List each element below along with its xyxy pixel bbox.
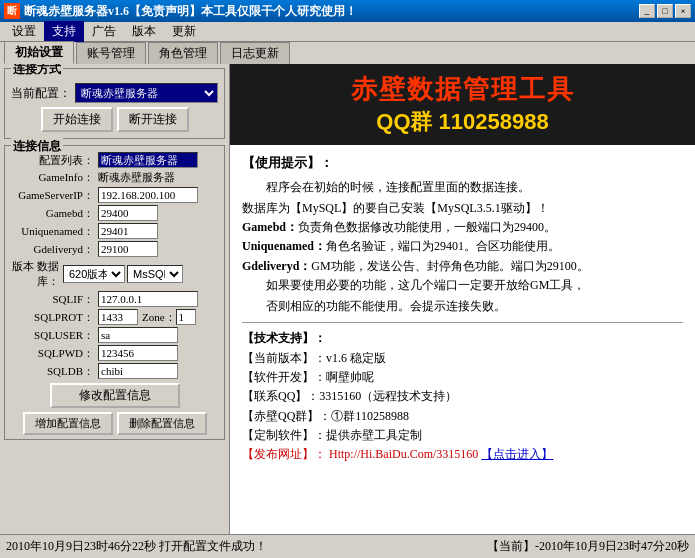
- window-controls: _ □ ×: [639, 4, 691, 18]
- gdeliveryd-row: Gdeliveryd：: [9, 241, 220, 257]
- title-bar: 断 断魂赤壁服务器v1.6【免责声明】本工具仅限干个人研究使用！ _ □ ×: [0, 0, 695, 22]
- tech-label-0: 【当前版本】：: [242, 351, 326, 365]
- sqldb-input[interactable]: [98, 363, 178, 379]
- sqlif-row: SQLIF：: [9, 291, 220, 307]
- gamebd-input[interactable]: [98, 205, 158, 221]
- minimize-button[interactable]: _: [639, 4, 655, 18]
- tab-role[interactable]: 角色管理: [148, 42, 218, 64]
- gameserverip-input[interactable]: [98, 187, 198, 203]
- tech-section: 【技术支持】： 【当前版本】：v1.6 稳定版 【软件开发】：啊壁帅呢 【联系Q…: [242, 329, 683, 464]
- sqluser-input[interactable]: [98, 327, 178, 343]
- sqlprot-label: SQLPROT：: [9, 310, 94, 325]
- uniquenamed-row: Uniquenamed：: [9, 223, 220, 239]
- connect-buttons: 开始连接 断开连接: [11, 107, 218, 132]
- menu-version[interactable]: 版本: [124, 21, 164, 42]
- close-button[interactable]: ×: [675, 4, 691, 18]
- gameinfo-value: 断魂赤壁服务器: [98, 170, 220, 185]
- tip4-label: Uniquenamed：: [242, 239, 326, 253]
- connect-mode-row: 当前配置： 断魂赤壁服务器: [11, 83, 218, 103]
- sql-type-select[interactable]: MsSQL库: [127, 265, 183, 283]
- banner: 赤壁数据管理工具 QQ群 110258988: [230, 64, 695, 145]
- tech-label-5: 【发布网址】：: [242, 447, 326, 461]
- tip1: 程序会在初始的时候，连接配置里面的数据连接。: [242, 178, 683, 197]
- tech-value-5: Http://Hi.BaiDu.Com/3315160: [329, 447, 481, 461]
- menu-bar: 设置 支持 广告 版本 更新: [0, 22, 695, 42]
- tech-value-2: 3315160（远程技术支持）: [319, 389, 457, 403]
- delete-config-button[interactable]: 删除配置信息: [117, 412, 207, 435]
- tech-row-4: 【定制软件】：提供赤壁工具定制: [242, 426, 683, 445]
- tip5-label: Gdeliveryd：: [242, 259, 311, 273]
- version-db-row: 版本 数据库： 620版本 MsSQL库: [9, 259, 220, 289]
- tip2: 数据库为【MySQL】的要自己安装【MySQL3.5.1驱动】！: [242, 199, 683, 218]
- stop-connect-button[interactable]: 断开连接: [117, 107, 189, 132]
- menu-update[interactable]: 更新: [164, 21, 204, 42]
- tech-label-2: 【联系QQ】：: [242, 389, 319, 403]
- sqlif-input[interactable]: [98, 291, 198, 307]
- sqluser-label: SQLUSER：: [9, 328, 94, 343]
- tip7: 否则相应的功能不能使用。会提示连接失败。: [242, 297, 683, 316]
- gamebd-label: Gamebd：: [9, 206, 94, 221]
- connect-mode-group: 连接方式 当前配置： 断魂赤壁服务器 开始连接 断开连接: [4, 68, 225, 139]
- sqldb-row: SQLDB：: [9, 363, 220, 379]
- menu-settings[interactable]: 设置: [4, 21, 44, 42]
- tip4-row: Uniquenamed：角色名验证，端口为29401。合区功能使用。: [242, 237, 683, 256]
- sqluser-row: SQLUSER：: [9, 327, 220, 343]
- tab-log[interactable]: 日志更新: [220, 42, 290, 64]
- version-label: 版本 数据库：: [9, 259, 59, 289]
- modify-config-button[interactable]: 修改配置信息: [50, 383, 180, 408]
- tech-value-0: v1.6 稳定版: [326, 351, 386, 365]
- tip5-row: Gdeliveryd：GM功能，发送公告、封停角色功能。端口为29100。: [242, 257, 683, 276]
- gameserverip-row: GameServerIP：: [9, 187, 220, 203]
- divider: [242, 322, 683, 323]
- tech-row-2: 【联系QQ】：3315160（远程技术支持）: [242, 387, 683, 406]
- menu-ad[interactable]: 广告: [84, 21, 124, 42]
- banner-qq: QQ群 110258988: [242, 107, 683, 137]
- uniquenamed-label: Uniquenamed：: [9, 224, 94, 239]
- tip3-text: 负责角色数据修改功能使用，一般端口为29400。: [298, 220, 556, 234]
- start-connect-button[interactable]: 开始连接: [41, 107, 113, 132]
- sqlif-label: SQLIF：: [9, 292, 94, 307]
- tech-label-4: 【定制软件】：: [242, 428, 326, 442]
- config-list-input[interactable]: [98, 152, 198, 168]
- connect-mode-title: 连接方式: [11, 64, 63, 78]
- zone-label: Zone：: [142, 310, 176, 325]
- connection-info-group: 连接信息 配置列表： GameInfo： 断魂赤壁服务器 GameServerI…: [4, 145, 225, 440]
- tech-row-1: 【软件开发】：啊壁帅呢: [242, 368, 683, 387]
- status-left: 2010年10月9日23时46分22秒 打开配置文件成功！: [6, 538, 487, 555]
- gdeliveryd-label: Gdeliveryd：: [9, 242, 94, 257]
- sqlpwd-input[interactable]: [98, 345, 178, 361]
- tech-label-1: 【软件开发】：: [242, 370, 326, 384]
- window-title: 断魂赤壁服务器v1.6【免责声明】本工具仅限干个人研究使用！: [24, 3, 639, 20]
- tech-row-5: 【发布网址】： Http://Hi.BaiDu.Com/3315160 【点击进…: [242, 445, 683, 464]
- gdeliveryd-input[interactable]: [98, 241, 158, 257]
- add-config-button[interactable]: 增加配置信息: [23, 412, 113, 435]
- tip3-label: Gamebd：: [242, 220, 298, 234]
- tab-account[interactable]: 账号管理: [76, 42, 146, 64]
- gameinfo-label: GameInfo：: [9, 170, 94, 185]
- gamebd-row: Gamebd：: [9, 205, 220, 221]
- banner-title: 赤壁数据管理工具: [242, 72, 683, 107]
- tip4-text: 角色名验证，端口为29401。合区功能使用。: [326, 239, 560, 253]
- sqlpwd-label: SQLPWD：: [9, 346, 94, 361]
- tip3-row: Gamebd：负责角色数据修改功能使用，一般端口为29400。: [242, 218, 683, 237]
- app-icon: 断: [4, 3, 20, 19]
- sqldb-label: SQLDB：: [9, 364, 94, 379]
- zone-input[interactable]: [176, 309, 196, 325]
- tech-link[interactable]: 【点击进入】: [481, 447, 553, 461]
- sqlprot-input[interactable]: [98, 309, 138, 325]
- gameserverip-label: GameServerIP：: [9, 188, 94, 203]
- left-panel: 连接方式 当前配置： 断魂赤壁服务器 开始连接 断开连接 连接信息 配置列表：: [0, 64, 230, 534]
- maximize-button[interactable]: □: [657, 4, 673, 18]
- tech-label-3: 【赤壁QQ群】：: [242, 409, 331, 423]
- connect-mode-select[interactable]: 断魂赤壁服务器: [75, 83, 218, 103]
- version-select[interactable]: 620版本: [63, 265, 125, 283]
- uniquenamed-input[interactable]: [98, 223, 158, 239]
- conn-info-title: 连接信息: [11, 138, 63, 155]
- tech-value-4: 提供赤壁工具定制: [326, 428, 422, 442]
- gameinfo-row: GameInfo： 断魂赤壁服务器: [9, 170, 220, 185]
- right-panel: 赤壁数据管理工具 QQ群 110258988 【使用提示】： 程序会在初始的时候…: [230, 64, 695, 534]
- tech-title: 【技术支持】：: [242, 329, 683, 347]
- tab-init[interactable]: 初始设置: [4, 41, 74, 64]
- menu-support[interactable]: 支持: [44, 21, 84, 42]
- main-container: 连接方式 当前配置： 断魂赤壁服务器 开始连接 断开连接 连接信息 配置列表：: [0, 64, 695, 534]
